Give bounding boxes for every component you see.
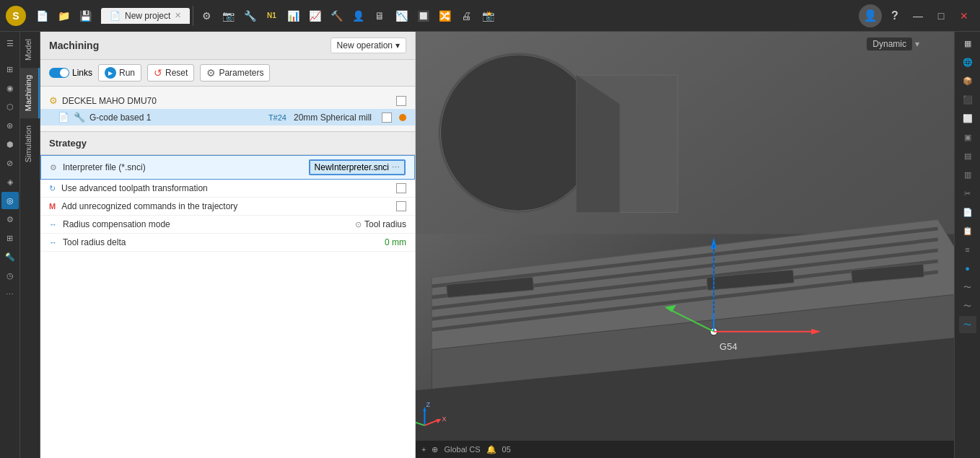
sidebar-icon-6[interactable]: ⊘ — [1, 154, 19, 172]
interpreter-value[interactable]: NewInterpreter.snci ⋯ — [309, 159, 406, 175]
sidebar-icon-menu[interactable]: ☰ — [1, 35, 19, 52]
right-icon-wave2[interactable]: 〜 — [959, 297, 976, 314]
right-icon-circle[interactable]: ● — [959, 260, 976, 277]
left-tabs: Model Machining Simulation — [20, 32, 40, 458]
unrecognized-checkbox[interactable] — [396, 201, 406, 211]
camera-icon[interactable]: 📷 — [218, 6, 238, 26]
sidebar-icon-10[interactable]: 🔦 — [1, 248, 19, 265]
right-icon-dark[interactable]: ⬛ — [959, 91, 976, 108]
snci-dots-icon[interactable]: ⋯ — [392, 163, 400, 172]
right-icon-lines1[interactable]: ▤ — [959, 147, 976, 164]
chart-icon[interactable]: 📊 — [283, 6, 303, 26]
machine-checkbox[interactable] — [396, 96, 406, 106]
project-tab-icon: 📄 — [110, 11, 121, 21]
photo-icon[interactable]: 📸 — [478, 6, 498, 26]
open-file-icon[interactable]: 📁 — [53, 6, 74, 26]
sidebar-icon-1[interactable]: ⊞ — [1, 61, 19, 78]
right-icon-grid[interactable]: ▦ — [959, 35, 976, 52]
right-icon-clip[interactable]: 📋 — [959, 222, 976, 239]
crosshair-icon[interactable]: ⊕ — [432, 445, 438, 454]
sidebar-icon-12[interactable]: ⋯ — [1, 286, 19, 303]
sidebar-icon-9[interactable]: ⊞ — [1, 229, 19, 247]
n1-icon[interactable]: N1 — [261, 6, 281, 26]
new-file-icon[interactable]: 📄 — [32, 6, 52, 26]
run-play-icon: ▶ — [105, 67, 116, 79]
interpreter-file-row[interactable]: ⚙ Interpreter file (*.snci) NewInterpret… — [40, 155, 415, 180]
sidebar-icon-3[interactable]: ⬡ — [1, 98, 19, 115]
viewport-mode-area: Dynamic ▾ — [867, 38, 919, 50]
hammer-icon[interactable]: 🔨 — [326, 6, 346, 26]
project-tab[interactable]: 📄 New project ✕ — [101, 8, 190, 24]
right-sidebar: ▦ 🌐 📦 ⬛ ⬜ ▣ ▤ ▥ ✂ 📄 📋 ≡ ● 〜 〜 〜 — [954, 32, 980, 458]
sidebar-icon-5[interactable]: ⬢ — [1, 136, 19, 153]
arrows-icon[interactable]: 🔀 — [434, 6, 455, 26]
sidebar-icon-8[interactable]: ⚙ — [1, 211, 19, 228]
sidebar-icon-active[interactable]: ◎ — [1, 192, 19, 209]
interpreter-label: Interpreter file (*.snci) — [63, 162, 303, 172]
unrecognized-commands-row[interactable]: M Add unrecognized commands in the traje… — [40, 198, 415, 216]
minimize-button[interactable]: — — [908, 6, 928, 26]
settings-icon[interactable]: ⚙ — [196, 6, 216, 26]
save-file-icon[interactable]: 💾 — [75, 6, 95, 26]
graph-icon[interactable]: 📈 — [305, 6, 325, 26]
monitor-icon[interactable]: 🖥 — [369, 6, 390, 26]
data-icon[interactable]: 📉 — [391, 6, 411, 26]
status-number: 05 — [502, 445, 511, 454]
project-tab-close[interactable]: ✕ — [175, 11, 181, 20]
run-button[interactable]: ▶ Run — [98, 64, 141, 82]
grid-icon[interactable]: 🔲 — [413, 6, 433, 26]
right-icon-lines2[interactable]: ▥ — [959, 166, 976, 183]
sidebar-icon-11[interactable]: ◷ — [1, 267, 19, 284]
close-button[interactable]: ✕ — [954, 6, 974, 26]
right-icon-active[interactable]: 〜 — [959, 316, 976, 333]
advanced-toolpath-checkbox[interactable] — [396, 183, 406, 193]
panel: Machining New operation ▾ Links ▶ Run ↺ … — [40, 32, 416, 458]
right-icon-cut[interactable]: ✂ — [959, 185, 976, 202]
right-icon-grid2[interactable]: ▣ — [959, 128, 976, 146]
print-icon[interactable]: 🖨 — [456, 6, 476, 26]
viewport-3d[interactable]: G54 Z X Y Dynamic — [416, 32, 954, 458]
tab-machining[interactable]: Machining — [20, 68, 40, 118]
top-toolbar: S 📄 📁 💾 📄 New project ✕ ⚙ 📷 🔧 N1 📊 📈 🔨 👤… — [0, 0, 980, 32]
radius-comp-label: Radius compensation mode — [63, 219, 349, 229]
sidebar-icon-2[interactable]: ◉ — [1, 79, 19, 97]
user-icon[interactable]: 👤 — [348, 6, 368, 26]
global-cs-label: Global CS — [444, 445, 480, 454]
unrecognized-label: Add unrecognized commands in the traject… — [61, 201, 390, 211]
notification-icon[interactable]: 🔔 — [486, 445, 496, 454]
parameters-label: Parameters — [219, 68, 263, 78]
right-icon-globe[interactable]: 🌐 — [959, 53, 976, 71]
tab-simulation[interactable]: Simulation — [20, 118, 40, 169]
right-icon-light[interactable]: ⬜ — [959, 110, 976, 127]
machine-icon: ⚙ — [49, 95, 58, 106]
tool-radius-delta-value: 0 mm — [385, 237, 406, 247]
links-toggle[interactable]: Links — [49, 68, 92, 78]
advanced-toolpath-row[interactable]: ↻ Use advanced toolpath transformation — [40, 180, 415, 198]
right-icon-box[interactable]: 📦 — [959, 72, 976, 89]
user-profile-icon[interactable]: 👤 — [859, 4, 882, 27]
maximize-button[interactable]: □ — [931, 6, 951, 26]
help-icon[interactable]: ? — [885, 6, 905, 26]
tool-radius-icon: ↔ — [49, 238, 57, 247]
add-icon[interactable]: + — [421, 445, 426, 454]
tool-icon[interactable]: 🔧 — [240, 6, 260, 26]
svg-text:Z: Z — [426, 401, 430, 408]
radius-compensation-row[interactable]: ↔ Radius compensation mode ⊙ Tool radius — [40, 216, 415, 234]
operation-checkbox[interactable] — [382, 113, 392, 123]
right-icon-menu[interactable]: ≡ — [959, 241, 976, 258]
machine-tree-item[interactable]: ⚙ DECKEL MAHO DMU70 — [40, 92, 415, 109]
parameters-button[interactable]: ⚙ Parameters — [200, 64, 270, 82]
right-icon-wave1[interactable]: 〜 — [959, 278, 976, 296]
viewport-dropdown-icon[interactable]: ▾ — [915, 39, 919, 49]
right-icon-doc[interactable]: 📄 — [959, 203, 976, 221]
reset-button[interactable]: ↺ Reset — [147, 64, 194, 82]
viewport-mode-label: Dynamic — [867, 38, 912, 50]
new-operation-button[interactable]: New operation ▾ — [331, 38, 406, 53]
svg-point-2 — [439, 53, 598, 212]
sidebar-icon-7[interactable]: ◈ — [1, 173, 19, 190]
operation-tree-item[interactable]: 📄 🔧 G-code based 1 T#24 20mm Spherical m… — [40, 109, 415, 125]
sidebar-icon-4[interactable]: ⊛ — [1, 117, 19, 134]
tab-model[interactable]: Model — [20, 32, 40, 68]
viewport[interactable]: G54 Z X Y Dynamic — [416, 32, 954, 458]
tool-radius-delta-row[interactable]: ↔ Tool radius delta 0 mm — [40, 234, 415, 252]
